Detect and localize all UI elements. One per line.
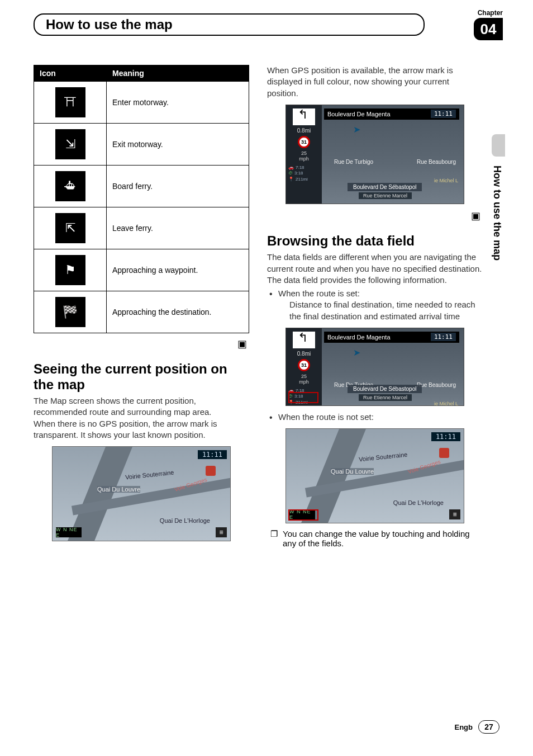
map-street-label: Rue Beaubourg: [417, 159, 456, 165]
bullet-route-not-set: When the route is not set:: [267, 412, 483, 423]
car-icon: 🚗: [288, 165, 294, 171]
th-meaning: Meaning: [107, 65, 249, 82]
map-time: 11:11: [198, 450, 227, 459]
speed-limit-icon: 31: [298, 359, 310, 371]
waypoint-flag-icon: ⚑: [55, 255, 85, 285]
poi-marker-icon: [439, 448, 449, 458]
destination-flag-icon: 🏁: [55, 297, 85, 327]
map-street-label: Quai Du Louvre: [97, 486, 140, 493]
current-speed: 25mph: [288, 150, 320, 162]
turn-distance: 0.8mi: [288, 351, 320, 357]
car-icon: 🚗: [288, 388, 294, 394]
turn-distance: 0.8mi: [288, 127, 320, 134]
turn-arrow-icon: [293, 108, 315, 125]
clock-icon: ⏱: [288, 171, 293, 176]
section-end-marker: ▣: [34, 338, 249, 350]
position-marker-icon: ➤: [353, 347, 360, 358]
map-street-label: ie Michel L: [434, 178, 458, 183]
section-end-marker: ▣: [267, 210, 483, 222]
heading-current-position: Seeing the current position on the map: [34, 361, 249, 392]
compass-icon: W N NE E: [289, 509, 315, 519]
compass-icon: W N NE E: [56, 527, 82, 537]
chapter-header: Chapter 04 How to use the map: [34, 13, 503, 36]
map-sidebar: 0.8mi 31 25mph 🚗7:18 ⏱3:18 📍211mi: [286, 105, 322, 204]
page-number: 27: [478, 720, 499, 734]
map-screenshot-gps: 0.8mi 31 25mph 🚗7:18 ⏱3:18 📍211mi Boulev…: [285, 105, 464, 204]
clock-display: 11:11: [431, 110, 456, 118]
side-tab-indicator: [492, 134, 505, 157]
sub-street-label: Rue Etienne Marcel: [359, 192, 412, 199]
speed-limit-icon: 31: [298, 136, 310, 148]
map-time: 11:11: [431, 432, 460, 441]
map-street-label: ie Michel L: [434, 401, 458, 406]
clock-icon: ⏱: [288, 394, 293, 399]
table-row: ⛴Board ferry.: [34, 166, 249, 207]
language-code: Engb: [455, 723, 473, 731]
icon-cell: ⛩: [34, 82, 107, 124]
chapter-number: 04: [474, 18, 503, 40]
map-screenshot-route-set: 0.8mi 31 25mph 🚗7:18 ⏱3:18 📍211mi Boulev…: [285, 328, 464, 406]
enter-motorway-icon: ⛩: [55, 87, 85, 117]
meaning-cell: Exit motorway.: [107, 124, 249, 166]
para-no-gps: When there is no GPS position, the arrow…: [34, 418, 249, 441]
meaning-cell: Leave ferry.: [107, 207, 249, 249]
th-icon: Icon: [34, 65, 107, 82]
map-sidebar: 0.8mi 31 25mph 🚗7:18 ⏱3:18 📍211mi: [286, 328, 322, 405]
current-street: Boulevard De Magenta: [327, 334, 391, 341]
note-touch-hold: You can change the value by touching and…: [267, 529, 483, 548]
page-title: How to use the map: [34, 13, 425, 36]
poi-marker-icon: [206, 466, 216, 476]
map-street-label: Voirie Souterraine: [359, 451, 408, 463]
trip-data-fields: 🚗7:18 ⏱3:18 📍211mi: [288, 165, 320, 182]
trip-data-fields: 🚗7:18 ⏱3:18 📍211mi: [288, 388, 320, 405]
map-street-label: Quai De L'Horloge: [160, 517, 210, 524]
map-street-label: Quai Du Louvre: [331, 468, 374, 475]
table-row: ⛩Enter motorway.: [34, 82, 249, 124]
icon-meaning-table: Icon Meaning ⛩Enter motorway.⇲Exit motor…: [34, 65, 249, 333]
next-street-label: Boulevard De Sébastopol: [348, 183, 422, 191]
turn-arrow-icon: [293, 332, 315, 348]
map as map-screenshot-no-route: 11:11 Voirie Souterraine Quai Du Louvre …: [285, 428, 464, 523]
map-street-label: Voirie Souterraine: [125, 469, 174, 481]
meaning-cell: Approaching the destination.: [107, 291, 249, 333]
bullet-route-set: When the route is set: Distance to final…: [267, 288, 483, 322]
pin-icon: 📍: [288, 177, 294, 182]
board-ferry-icon: ⛴: [55, 171, 85, 201]
icon-cell: ⚑: [34, 249, 107, 291]
page-footer: Engb 27: [455, 720, 500, 734]
side-section-label: How to use the map: [491, 166, 503, 261]
table-row: ⇱Leave ferry.: [34, 207, 249, 249]
next-street-label: Boulevard De Sébastopol: [348, 385, 422, 393]
menu-icon: ≡: [449, 509, 460, 519]
sub-street-label: Rue Etienne Marcel: [359, 394, 412, 401]
clock-display: 11:11: [431, 333, 456, 341]
map-street-label: Rue Beaubourg: [417, 382, 456, 388]
meaning-cell: Enter motorway.: [107, 82, 249, 124]
current-speed: 25mph: [288, 374, 320, 385]
table-row: 🏁Approaching the destination.: [34, 291, 249, 333]
map-screenshot-nogps: 11:11 Voirie Souterraine Quai Du Louvre …: [52, 446, 231, 541]
exit-motorway-icon: ⇲: [55, 129, 85, 159]
table-row: ⚑Approaching a waypoint.: [34, 249, 249, 291]
map-street-label: Rue De Turbigo: [334, 159, 373, 165]
map-top-bar: Boulevard De Magenta 11:11: [324, 108, 459, 120]
icon-cell: ⛴: [34, 166, 107, 207]
para-data-fields: The data fields are different when you a…: [267, 252, 483, 286]
leave-ferry-icon: ⇱: [55, 213, 85, 243]
para-gps-available: When GPS position is available, the arro…: [267, 65, 483, 99]
icon-cell: ⇱: [34, 207, 107, 249]
meaning-cell: Approaching a waypoint.: [107, 249, 249, 291]
bullet-route-set-detail: Distance to final destination, time need…: [278, 299, 483, 322]
menu-icon: ≡: [216, 527, 227, 537]
position-marker-icon: ➤: [353, 124, 360, 135]
map-top-bar: Boulevard De Magenta 11:11: [324, 332, 459, 343]
meaning-cell: Board ferry.: [107, 166, 249, 207]
map-street-label: Quai De L'Horloge: [393, 499, 444, 506]
para-map-shows: The Map screen shows the current positio…: [34, 395, 249, 418]
current-street: Boulevard De Magenta: [327, 111, 391, 117]
pin-icon: 📍: [288, 400, 294, 405]
icon-cell: 🏁: [34, 291, 107, 333]
table-row: ⇲Exit motorway.: [34, 124, 249, 166]
heading-browsing-data-field: Browsing the data field: [267, 233, 483, 249]
icon-cell: ⇲: [34, 124, 107, 166]
